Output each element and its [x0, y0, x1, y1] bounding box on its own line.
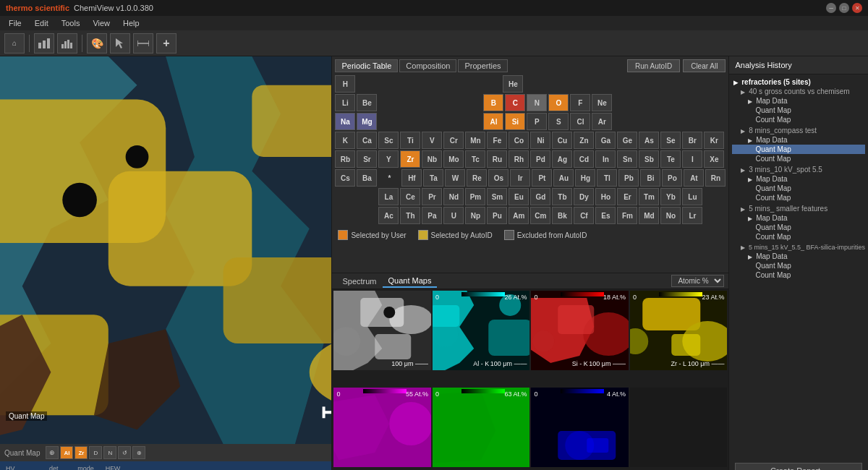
element-Ba[interactable]: Ba: [357, 169, 377, 187]
element-Pt[interactable]: Pt: [532, 169, 552, 187]
atomic-dropdown[interactable]: Atomic % Weight %: [671, 275, 724, 287]
element-K[interactable]: K: [335, 132, 355, 149]
element-W[interactable]: W: [445, 169, 465, 187]
element-Ta[interactable]: Ta: [423, 169, 443, 187]
element-He[interactable]: He: [503, 75, 523, 93]
tree-section3-quantmap[interactable]: Quant Map: [732, 184, 865, 193]
element-P[interactable]: P: [527, 113, 547, 130]
element-Ge[interactable]: Ge: [617, 132, 637, 149]
toolbar-bar-chart[interactable]: [34, 33, 54, 54]
element-Pa[interactable]: Pa: [422, 207, 442, 224]
element-Eu[interactable]: Eu: [509, 188, 529, 205]
tree-section2-quantmap[interactable]: Quant Map: [732, 145, 865, 154]
tree-section4-quantmap[interactable]: Quant Map: [732, 223, 865, 232]
element-Cl[interactable]: Cl: [570, 113, 590, 130]
tree-root[interactable]: ▶ refractories (5 sites): [732, 77, 865, 87]
tree-section5-quantmap[interactable]: Quant Map: [732, 261, 865, 270]
element-Re[interactable]: Re: [467, 169, 487, 187]
menu-tools[interactable]: Tools: [56, 17, 86, 29]
element-Be[interactable]: Be: [357, 94, 377, 111]
tool-btn-zr[interactable]: Zr: [75, 446, 88, 459]
element-Pr[interactable]: Pr: [422, 188, 442, 205]
element-Cu[interactable]: Cu: [552, 132, 572, 149]
element-Ni[interactable]: Ni: [530, 132, 550, 149]
element-Yb[interactable]: Yb: [660, 188, 681, 205]
tree-section2-countmap[interactable]: Count Map: [732, 154, 865, 163]
toolbar-plus[interactable]: +: [156, 33, 176, 54]
tree-section3-title[interactable]: ▶ 3 mins_10 kV_spot 5.5: [732, 165, 865, 174]
element-Ar[interactable]: Ar: [592, 113, 612, 130]
tool-btn-d[interactable]: D: [89, 446, 102, 459]
element-In[interactable]: In: [595, 150, 616, 168]
element-Pu[interactable]: Pu: [487, 207, 507, 224]
element-Au[interactable]: Au: [553, 169, 574, 187]
clear-all-button[interactable]: Clear All: [683, 59, 726, 72]
tree-section3-countmap[interactable]: Count Map: [732, 193, 865, 202]
maximize-button[interactable]: □: [839, 3, 849, 13]
menu-help[interactable]: Help: [117, 17, 145, 29]
element-Li[interactable]: Li: [335, 94, 355, 111]
element-Md[interactable]: Md: [639, 207, 659, 224]
element-Cm[interactable]: Cm: [530, 207, 550, 224]
element-Rh[interactable]: Rh: [509, 150, 529, 168]
toolbar-color[interactable]: 🎨: [87, 33, 107, 54]
element-H[interactable]: H: [335, 75, 355, 93]
element-Hf[interactable]: Hf: [401, 169, 422, 187]
toolbar-measure[interactable]: [133, 33, 153, 54]
element-Y[interactable]: Y: [378, 150, 399, 168]
element-Bi[interactable]: Bi: [640, 169, 660, 187]
tab-composition[interactable]: Composition: [399, 59, 456, 72]
element-Zn[interactable]: Zn: [574, 132, 594, 149]
element-Cf[interactable]: Cf: [574, 207, 594, 224]
element-Tl[interactable]: Tl: [597, 169, 617, 187]
element-I[interactable]: I: [682, 150, 702, 168]
element-Rn[interactable]: Rn: [705, 169, 726, 187]
minimize-button[interactable]: ─: [826, 3, 836, 13]
tree-section2-title[interactable]: ▶ 8 mins_compass test: [732, 126, 865, 135]
element-Se[interactable]: Se: [660, 132, 681, 149]
element-C[interactable]: C: [505, 94, 525, 111]
element-Ac[interactable]: Ac: [378, 207, 399, 224]
element-Ce[interactable]: Ce: [400, 188, 420, 205]
close-button[interactable]: ✕: [852, 3, 862, 13]
element-Tm[interactable]: Tm: [639, 188, 659, 205]
element-Nb[interactable]: Nb: [422, 150, 442, 168]
tree-section1-mapdata[interactable]: ▶ Map Data: [732, 96, 865, 106]
element-Rb[interactable]: Rb: [335, 150, 355, 168]
element-Os[interactable]: Os: [488, 169, 509, 187]
element-Zr[interactable]: Zr: [400, 150, 420, 168]
element-Co[interactable]: Co: [509, 132, 529, 149]
element-Er[interactable]: Er: [617, 188, 637, 205]
element-Po[interactable]: Po: [662, 169, 682, 187]
tab-periodic-table[interactable]: Periodic Table: [335, 59, 398, 72]
element-La[interactable]: La: [378, 188, 399, 205]
element-Am[interactable]: Am: [509, 207, 529, 224]
element-Lu[interactable]: Lu: [682, 188, 702, 205]
element-V[interactable]: V: [422, 132, 442, 149]
tree-section4-mapdata[interactable]: ▶ Map Data: [732, 213, 865, 223]
element-Cs[interactable]: Cs: [335, 169, 355, 187]
toolbar-home[interactable]: ⌂: [4, 33, 25, 54]
element-Cd[interactable]: Cd: [574, 150, 594, 168]
element-Lr[interactable]: Lr: [682, 207, 702, 224]
element-Ir[interactable]: Ir: [510, 169, 530, 187]
element-Br[interactable]: Br: [682, 132, 702, 149]
tree-section5-mapdata[interactable]: ▶ Map Data: [732, 252, 865, 261]
element-Ga[interactable]: Ga: [595, 132, 616, 149]
element-Xe[interactable]: Xe: [704, 150, 724, 168]
menu-view[interactable]: View: [87, 17, 116, 29]
element-Fm[interactable]: Fm: [617, 207, 637, 224]
tool-btn-al[interactable]: Al: [60, 446, 73, 459]
tree-section1-countmap[interactable]: Count Map: [732, 115, 865, 124]
element-B[interactable]: B: [483, 94, 503, 111]
tree-section2-mapdata[interactable]: ▶ Map Data: [732, 135, 865, 145]
element-At[interactable]: At: [684, 169, 704, 187]
element-Te[interactable]: Te: [660, 150, 681, 168]
element-Gd[interactable]: Gd: [530, 188, 550, 205]
element-Hg[interactable]: Hg: [575, 169, 595, 187]
element-Ca[interactable]: Ca: [357, 132, 377, 149]
tool-refresh[interactable]: ↺: [118, 446, 131, 459]
titlebar-controls[interactable]: ─ □ ✕: [826, 3, 862, 13]
tree-section5-title[interactable]: ▶ 5 mins_15 kV_5.5_ BFA-silica-impuritie…: [732, 243, 865, 252]
element-Sm[interactable]: Sm: [487, 188, 507, 205]
